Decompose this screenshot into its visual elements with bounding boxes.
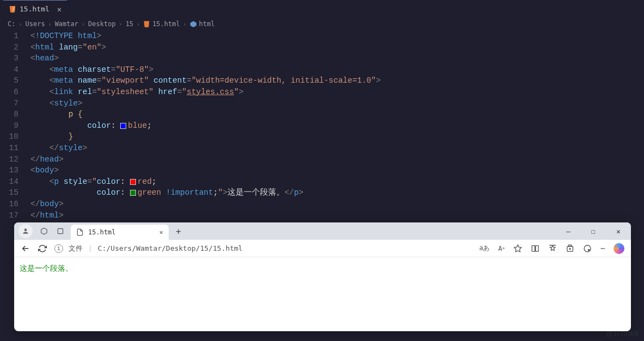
html-file-icon xyxy=(9,5,16,13)
chevron-right-icon: › xyxy=(137,21,140,27)
code-editor[interactable]: 1<!DOCTYPE html> 2<html lang="en"> 3<hea… xyxy=(0,30,644,221)
line-number: 12 xyxy=(0,154,30,165)
line-number: 4 xyxy=(0,64,30,76)
line-number: 6 xyxy=(0,86,30,98)
browser-tab[interactable]: 15.html ✕ xyxy=(71,225,169,240)
html-file-icon xyxy=(143,21,150,28)
code-line: <head> xyxy=(30,53,59,64)
code-line: </body> xyxy=(30,199,64,210)
code-line: <!DOCTYPE html> xyxy=(30,30,102,42)
color-swatch-red xyxy=(130,179,136,185)
close-icon[interactable]: ✕ xyxy=(57,5,61,14)
color-swatch-green xyxy=(130,190,136,196)
split-screen-icon[interactable] xyxy=(531,244,540,253)
browser-window: 15.html ✕ + — ☐ ✕ i 文件 | C:/Users/Wamtar… xyxy=(14,222,631,331)
code-line: <body> xyxy=(30,165,59,176)
favorite-icon[interactable] xyxy=(513,244,522,253)
chevron-right-icon: › xyxy=(48,21,52,27)
address-bar[interactable]: i 文件 | C:/Users/Wamtar/Desktop/15/15.htm… xyxy=(54,244,472,253)
code-line: <p style="color: red; xyxy=(30,176,157,188)
svg-point-0 xyxy=(24,228,27,231)
toolbar-right: aあ A» ⋯ xyxy=(479,243,624,254)
maximize-button[interactable]: ☐ xyxy=(585,227,602,235)
chevron-right-icon: › xyxy=(18,21,22,27)
line-number: 13 xyxy=(0,165,30,176)
code-line: <meta charset="UTF-8"> xyxy=(30,64,153,76)
code-line: </style> xyxy=(30,142,87,154)
code-line: } xyxy=(30,131,73,142)
browser-viewport: 这是一个段落。 xyxy=(14,257,631,280)
svg-point-5 xyxy=(589,249,590,251)
breadcrumb-segment[interactable]: Desktop xyxy=(88,20,116,28)
svg-rect-3 xyxy=(536,245,538,251)
breadcrumb-segment[interactable]: C: xyxy=(8,20,15,28)
breadcrumb-segment[interactable]: Users xyxy=(25,20,45,28)
line-number: 11 xyxy=(0,142,30,154)
workspaces-icon[interactable] xyxy=(36,225,52,238)
more-icon[interactable]: ⋯ xyxy=(600,244,605,252)
read-aloud-icon[interactable]: A» xyxy=(498,245,505,252)
browser-tab-strip: 15.html ✕ + — ☐ ✕ xyxy=(14,222,631,240)
code-line: <html lang="en"> xyxy=(30,42,106,53)
close-icon[interactable]: ✕ xyxy=(159,228,163,236)
line-number: 3 xyxy=(0,53,30,64)
code-line: <link rel="stylesheet" href="styles.css"… xyxy=(30,86,244,98)
chevron-right-icon: › xyxy=(183,21,187,27)
url-scheme-label: 文件 xyxy=(69,244,83,253)
file-icon xyxy=(76,228,84,236)
code-line: </html> xyxy=(30,210,64,221)
svg-rect-1 xyxy=(58,228,63,233)
line-number: 5 xyxy=(0,75,30,86)
breadcrumb-segment[interactable]: 15 xyxy=(126,20,133,28)
symbol-tag-icon xyxy=(190,21,197,28)
line-number: 1 xyxy=(0,30,30,42)
breadcrumb-segment[interactable]: html xyxy=(190,20,215,28)
code-line: color: green !important;">这是一个段落。</p> xyxy=(30,187,304,199)
code-line: <meta name="viewport" content="width=dev… xyxy=(30,75,381,86)
profile-button[interactable] xyxy=(18,224,33,238)
editor-tab-label: 15.html xyxy=(20,5,49,13)
color-swatch-blue xyxy=(120,123,126,129)
svg-rect-2 xyxy=(532,245,535,251)
editor-tab-active[interactable]: 15.html ✕ xyxy=(3,0,67,17)
code-line: p { xyxy=(30,109,83,120)
chevron-right-icon: › xyxy=(119,21,122,27)
minimize-button[interactable]: — xyxy=(560,227,577,235)
extensions-icon[interactable] xyxy=(583,244,592,253)
line-number: 14 xyxy=(0,176,30,188)
line-number: 8 xyxy=(0,109,30,120)
breadcrumb-segment[interactable]: Wamtar xyxy=(55,20,78,28)
rendered-paragraph: 这是一个段落。 xyxy=(20,264,73,272)
line-number: 10 xyxy=(0,131,30,142)
close-button[interactable]: ✕ xyxy=(610,227,627,235)
line-number: 2 xyxy=(0,42,30,53)
favorites-bar-icon[interactable] xyxy=(548,244,557,253)
chevron-right-icon: › xyxy=(82,21,85,27)
site-info-icon[interactable]: i xyxy=(54,244,63,253)
line-number: 15 xyxy=(0,187,30,199)
line-number: 17 xyxy=(0,210,30,221)
tab-actions-icon[interactable] xyxy=(52,225,69,238)
editor-tab-bar: 15.html ✕ xyxy=(0,0,644,17)
new-tab-button[interactable]: + xyxy=(171,226,186,237)
browser-tab-label: 15.html xyxy=(88,228,116,236)
collections-icon[interactable] xyxy=(566,244,574,253)
line-number: 7 xyxy=(0,98,30,109)
code-line: color: blue; xyxy=(30,120,152,132)
refresh-button[interactable] xyxy=(38,244,47,253)
watermark: @51CTO博客 xyxy=(606,330,640,338)
window-controls: — ☐ ✕ xyxy=(560,227,627,235)
breadcrumb: C: › Users › Wamtar › Desktop › 15 › 15.… xyxy=(0,17,644,30)
back-button[interactable] xyxy=(21,244,30,253)
code-line: </head> xyxy=(30,154,64,165)
address-bar-row: i 文件 | C:/Users/Wamtar/Desktop/15/15.htm… xyxy=(14,240,631,257)
translate-icon[interactable]: aあ xyxy=(479,244,490,253)
line-number: 16 xyxy=(0,199,30,210)
code-line: <style> xyxy=(30,98,83,109)
line-number: 9 xyxy=(0,120,30,132)
copilot-icon[interactable] xyxy=(614,243,624,254)
url-path: C:/Users/Wamtar/Desktop/15/15.html xyxy=(98,244,243,252)
breadcrumb-segment[interactable]: 15.html xyxy=(143,20,180,28)
separator: | xyxy=(88,244,92,252)
